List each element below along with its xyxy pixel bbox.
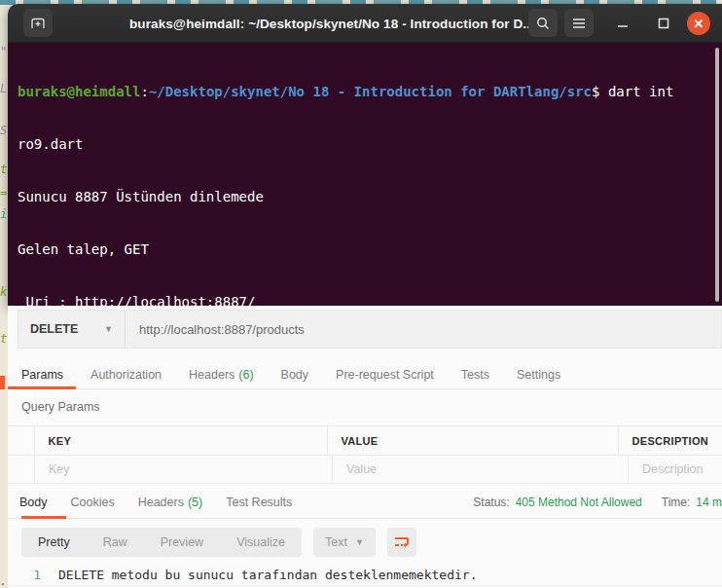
terminal-command: dart int (608, 84, 673, 99)
terminal-output[interactable]: buraks@heimdall:~/Desktop/skynet/No 18 -… (8, 43, 722, 306)
view-tab-preview[interactable]: Preview (144, 528, 220, 557)
view-tab-pretty[interactable]: Pretty (21, 528, 87, 557)
key-input[interactable]: Key (35, 456, 333, 483)
background-accent-sliver (0, 376, 5, 389)
left-fragment: S (0, 124, 8, 137)
terminal-line: ro9.dart (18, 135, 720, 153)
minimize-icon (617, 18, 629, 29)
terminal-scrollbar[interactable] (715, 48, 719, 302)
hamburger-menu-icon (572, 18, 586, 29)
method-dropdown[interactable]: DELETE ▼ (18, 310, 125, 349)
status-label: Status: (473, 496, 509, 509)
left-fragment: L (0, 82, 8, 95)
response-view-toolbar: Pretty Raw Preview Visualize Text ▼ (21, 528, 416, 557)
terminal-window: buraks@heimdall: ~/Desktop/skynet/No 18 … (8, 4, 722, 306)
tab-headers[interactable]: Headers(6) (175, 360, 268, 389)
url-input[interactable]: http://localhost:8887/products (125, 310, 722, 349)
terminal-dollar: $ (592, 84, 608, 99)
description-input[interactable]: Description (629, 456, 722, 483)
active-response-tab-underline (21, 516, 66, 519)
bottom-divider (8, 585, 722, 586)
terminal-titlebar[interactable]: buraks@heimdall: ~/Desktop/skynet/No 18 … (8, 4, 722, 43)
response-headers-count-badge: (5) (188, 496, 202, 509)
close-button[interactable]: ✕ (687, 12, 710, 35)
row-handle-cell (8, 456, 35, 483)
response-tabs: Body Cookies Headers(5) Test Results Sta… (8, 487, 722, 519)
left-fragment: t (0, 332, 8, 346)
language-value: Text (325, 535, 347, 549)
response-meta: Status: 405 Method Not Allowed Time: 14 … (473, 496, 722, 509)
tab-label: Authorization (90, 368, 162, 382)
terminal-colon: : (140, 84, 148, 99)
time-label: Time: (662, 496, 691, 509)
terminal-menu-button[interactable] (564, 9, 594, 37)
left-fragment: " (0, 45, 8, 58)
tab-response-body[interactable]: Body (8, 487, 59, 519)
tab-response-headers[interactable]: Headers(5) (126, 487, 215, 519)
tab-cookies[interactable]: Cookies (59, 487, 126, 519)
tab-params[interactable]: Params (8, 360, 77, 389)
status-badge: 405 Method Not Allowed (516, 496, 642, 509)
left-fragment: ii (0, 207, 8, 221)
tab-label: Cookies (71, 496, 115, 509)
tab-body[interactable]: Body (268, 360, 323, 389)
view-tab-visualize[interactable]: Visualize (220, 528, 302, 557)
left-fragment: k (0, 285, 8, 299)
view-tab-raw[interactable]: Raw (87, 528, 144, 557)
terminal-user-host: buraks@heimdall (18, 84, 140, 99)
table-row: Key Value Description (8, 455, 722, 484)
wrap-text-button[interactable] (387, 528, 416, 557)
response-body-text: DELETE metodu bu sunucu tarafından deste… (58, 568, 477, 582)
chevron-down-icon: ▼ (104, 324, 113, 334)
tab-test-results[interactable]: Test Results (214, 487, 304, 519)
tab-label: Headers (189, 368, 235, 382)
search-icon (535, 16, 551, 31)
response-body-line: 1 DELETE metodu bu sunucu tarafından des… (8, 565, 722, 584)
new-tab-button[interactable] (23, 9, 53, 37)
terminal-path: ~/Desktop/skynet/No 18 - Introduction fo… (149, 84, 592, 99)
tab-label: Params (21, 368, 63, 382)
request-tabs: Params Authorization Headers(6) Body Pre… (8, 360, 722, 389)
active-tab-underline (8, 386, 76, 389)
background-window-left-sliver: " L S t = ii k t .. (0, 0, 8, 588)
tab-label: Body (281, 368, 309, 382)
url-value: http://localhost:8887/products (139, 322, 305, 337)
tab-settings[interactable]: Settings (503, 360, 574, 389)
tab-label: Settings (517, 368, 560, 382)
maximize-button[interactable] (650, 9, 677, 37)
left-fragment: = (0, 186, 8, 200)
row-handle-cell (8, 426, 35, 455)
query-params-table: KEY VALUE DESCRIPTION Key Value Descript… (8, 425, 722, 484)
tab-authorization[interactable]: Authorization (77, 360, 175, 389)
terminal-search-button[interactable] (528, 9, 558, 37)
view-mode-segmented-control: Pretty Raw Preview Visualize (21, 528, 302, 557)
language-dropdown[interactable]: Text ▼ (313, 528, 376, 557)
line-number: 1 (8, 568, 41, 582)
left-fragment: .. (0, 574, 8, 588)
terminal-line: Uri : http://localhost:8887/ (18, 293, 720, 306)
query-params-label: Query Params (21, 400, 100, 414)
tab-label: Test Results (226, 496, 292, 509)
left-fragment: t (0, 163, 8, 176)
tab-pre-request-script[interactable]: Pre-request Script (322, 360, 448, 389)
maximize-icon (658, 18, 669, 29)
column-header-key: KEY (35, 426, 328, 455)
tab-label: Headers (138, 496, 184, 509)
terminal-line: Gelen talep, GET (18, 240, 720, 258)
tab-label: Pre-request Script (336, 368, 434, 382)
value-input[interactable]: Value (333, 456, 629, 483)
terminal-line: Sunucu 8887 Üstünden dinlemede (18, 188, 720, 205)
chevron-down-icon: ▼ (355, 537, 364, 547)
request-url-row: DELETE ▼ http://localhost:8887/products (18, 310, 722, 349)
terminal-prompt-line: buraks@heimdall:~/Desktop/skynet/No 18 -… (18, 83, 720, 100)
tab-tests[interactable]: Tests (448, 360, 503, 389)
headers-count-badge: (6) (238, 368, 253, 382)
close-icon: ✕ (694, 18, 704, 30)
column-header-description: DESCRIPTION (619, 426, 722, 455)
column-header-value: VALUE (328, 426, 619, 455)
terminal-title: buraks@heimdall: ~/Desktop/skynet/No 18 … (129, 4, 534, 43)
wrap-text-icon (393, 534, 411, 550)
method-value: DELETE (30, 322, 78, 336)
tab-label: Body (19, 496, 48, 509)
minimize-button[interactable] (609, 9, 636, 37)
